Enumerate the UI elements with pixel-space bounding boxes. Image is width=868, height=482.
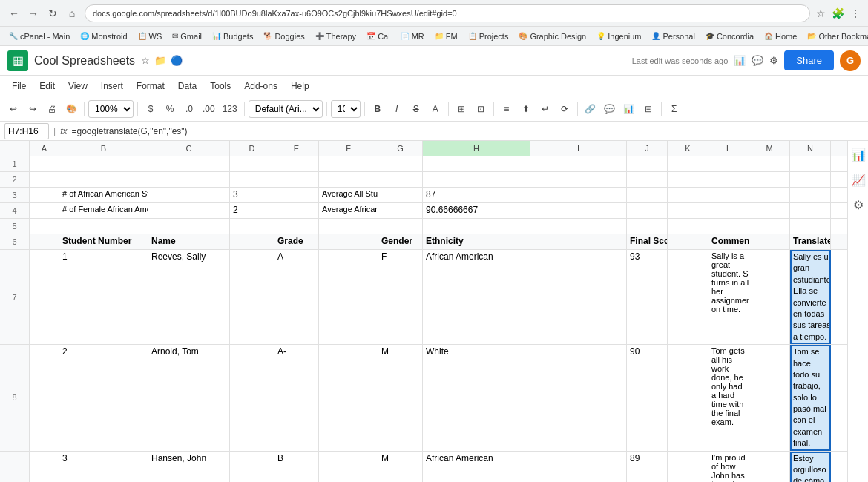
cell-a6[interactable]: [30, 234, 59, 249]
menu-insert[interactable]: Insert: [95, 79, 129, 93]
cell-n4[interactable]: [790, 203, 831, 218]
cell-e5[interactable]: [274, 219, 319, 234]
chart-side-icon[interactable]: 📈: [848, 169, 869, 190]
col-header-l[interactable]: L: [708, 141, 749, 156]
comment-icon[interactable]: 💬: [752, 55, 763, 66]
cell-n1[interactable]: [790, 156, 831, 171]
col-header-c[interactable]: C: [148, 141, 230, 156]
cell-j8[interactable]: 90: [627, 345, 668, 451]
cell-f4[interactable]: Average African American: [319, 203, 378, 218]
col-header-g[interactable]: G: [378, 141, 423, 156]
cell-f5[interactable]: [319, 219, 378, 234]
cell-m1[interactable]: [749, 156, 790, 171]
folder-icon[interactable]: 📁: [154, 55, 166, 66]
format-num-button[interactable]: 123: [220, 100, 240, 118]
cell-l8[interactable]: Tom gets all his work done, he only had …: [708, 345, 749, 451]
cell-d9[interactable]: [230, 452, 274, 482]
cell-f1[interactable]: [319, 156, 378, 171]
bookmark-ws[interactable]: 📋WS: [135, 30, 165, 42]
home-button[interactable]: ⌂: [64, 5, 80, 22]
cell-f2[interactable]: [319, 172, 378, 187]
cell-m6[interactable]: [749, 234, 790, 249]
menu-data[interactable]: Data: [172, 79, 203, 93]
cell-j9[interactable]: 89: [627, 452, 668, 482]
cell-i2[interactable]: [530, 172, 627, 187]
cell-e8[interactable]: A-: [274, 345, 319, 451]
print-button[interactable]: 🖨: [43, 100, 61, 118]
row-num-4[interactable]: 4: [0, 203, 30, 218]
cell-l2[interactable]: [708, 172, 749, 187]
explore-icon[interactable]: 📊: [848, 144, 869, 165]
cell-h1[interactable]: [423, 156, 530, 171]
cell-l3[interactable]: [708, 188, 749, 202]
cell-j2[interactable]: [627, 172, 668, 187]
paint-format-button[interactable]: 🎨: [62, 100, 80, 118]
cell-c1[interactable]: [148, 156, 230, 171]
bookmark-personal[interactable]: 👤Personal: [648, 30, 697, 42]
cell-k7[interactable]: [668, 250, 708, 344]
cell-g4[interactable]: [378, 203, 423, 218]
wrap-button[interactable]: ↵: [536, 100, 554, 118]
cell-m7[interactable]: [749, 250, 790, 344]
cell-j6[interactable]: Final Score: [627, 234, 668, 249]
cell-a5[interactable]: [30, 219, 59, 234]
cell-e2[interactable]: [274, 172, 319, 187]
cell-f3[interactable]: Average All Students: [319, 188, 378, 202]
currency-button[interactable]: $: [142, 100, 160, 118]
cell-k2[interactable]: [668, 172, 708, 187]
cell-n5[interactable]: [790, 219, 831, 234]
cell-b1[interactable]: [59, 156, 148, 171]
cell-h6[interactable]: Ethnicity: [423, 234, 530, 249]
bookmark-budgets[interactable]: 📊Budgets: [209, 30, 256, 42]
cell-b4[interactable]: # of Female African American Students: [59, 203, 148, 218]
cell-f8[interactable]: [319, 345, 378, 451]
url-bar[interactable]: [85, 4, 810, 22]
filter-button[interactable]: ⊟: [640, 100, 657, 118]
row-num-1[interactable]: 1: [0, 156, 30, 171]
cell-g9[interactable]: M: [378, 452, 423, 482]
share-button[interactable]: Share: [784, 50, 834, 70]
cell-c5[interactable]: [148, 219, 230, 234]
cell-n8[interactable]: Tom se hace todo su trabajo, solo lo pas…: [790, 345, 831, 451]
chart-icon[interactable]: 📊: [734, 55, 746, 66]
cell-a7[interactable]: [30, 250, 59, 344]
cell-j3[interactable]: [627, 188, 668, 202]
google-icon[interactable]: 🔵: [171, 55, 183, 66]
row-num-2[interactable]: 2: [0, 172, 30, 187]
comment-button[interactable]: 💬: [601, 100, 619, 118]
cell-k5[interactable]: [668, 219, 708, 234]
col-header-d[interactable]: D: [230, 141, 274, 156]
zoom-select[interactable]: 100%: [88, 100, 134, 118]
cell-b3[interactable]: # of African American Students: [59, 188, 148, 202]
menu-addons[interactable]: Add-ons: [238, 79, 283, 93]
cell-d3[interactable]: 3: [230, 188, 274, 202]
cell-b6[interactable]: Student Number: [59, 234, 148, 249]
cell-a9[interactable]: [30, 452, 59, 482]
bookmark-home[interactable]: 🏠Home: [761, 30, 800, 42]
col-header-j[interactable]: J: [627, 141, 668, 156]
cell-i9[interactable]: [530, 452, 627, 482]
cell-g7[interactable]: F: [378, 250, 423, 344]
cell-c4[interactable]: [148, 203, 230, 218]
menu-icon[interactable]: ⋮: [849, 6, 862, 21]
cell-b9[interactable]: 3: [59, 452, 148, 482]
cell-b5[interactable]: [59, 219, 148, 234]
menu-view[interactable]: View: [62, 79, 93, 93]
cell-g3[interactable]: [378, 188, 423, 202]
menu-help[interactable]: Help: [285, 79, 315, 93]
col-header-k[interactable]: K: [668, 141, 708, 156]
bookmark-projects[interactable]: 📋Projects: [465, 30, 512, 42]
cell-i6[interactable]: [530, 234, 627, 249]
col-header-b[interactable]: B: [59, 141, 148, 156]
align-h-button[interactable]: ≡: [498, 100, 516, 118]
grid-area[interactable]: A B C D E F G H I J K L M N 1: [0, 141, 847, 482]
cell-g6[interactable]: Gender: [378, 234, 423, 249]
cell-c6[interactable]: Name: [148, 234, 230, 249]
function-button[interactable]: Σ: [665, 100, 683, 118]
cell-h5[interactable]: [423, 219, 530, 234]
cell-h8[interactable]: White: [423, 345, 530, 451]
cell-d8[interactable]: [230, 345, 274, 451]
cell-c7[interactable]: Reeves, Sally: [148, 250, 230, 344]
redo-button[interactable]: ↪: [24, 100, 42, 118]
cell-n9[interactable]: Estoy orgulloso de cómo John se ha conve…: [790, 452, 831, 482]
